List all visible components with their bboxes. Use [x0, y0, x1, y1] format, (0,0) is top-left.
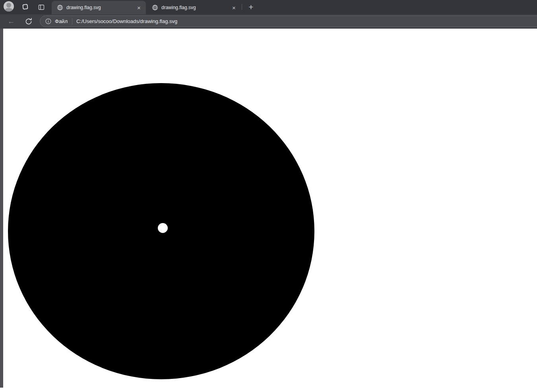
workspaces-button[interactable]: [19, 2, 30, 12]
address-divider: [72, 18, 72, 25]
globe-icon: [57, 4, 63, 11]
refresh-button[interactable]: [23, 16, 34, 27]
avatar-head-icon: [6, 3, 11, 8]
tab-drawing-flag-svg-1[interactable]: drawing.flag.svg ×: [52, 1, 146, 14]
flag-white-dot: [158, 223, 168, 233]
url-text: C:/Users/socoo/Downloads/drawing.flag.sv…: [76, 18, 177, 24]
tab-strip: drawing.flag.svg × drawing.flag.svg × +: [0, 0, 537, 14]
file-scheme-label: Файл: [55, 18, 68, 24]
refresh-icon: [24, 17, 33, 26]
tab-actions-button[interactable]: [36, 2, 47, 12]
tab-close-icon[interactable]: ×: [135, 4, 143, 12]
address-bar[interactable]: Файл C:/Users/socoo/Downloads/drawing.fl…: [40, 16, 537, 27]
tab-title: drawing.flag.svg: [66, 5, 132, 10]
page-content: [3, 29, 537, 392]
back-button[interactable]: ←: [6, 16, 17, 27]
tab-drawing-flag-svg-2[interactable]: drawing.flag.svg ×: [147, 1, 241, 14]
tab-actions-icon: [37, 3, 45, 11]
tab-close-icon[interactable]: ×: [230, 4, 238, 12]
new-tab-button[interactable]: +: [246, 2, 256, 12]
profile-avatar[interactable]: [4, 1, 14, 12]
tab-title: drawing.flag.svg: [161, 5, 227, 10]
window-left-edge: [0, 29, 3, 388]
workspaces-icon: [20, 3, 29, 12]
tab-divider: [242, 4, 242, 10]
info-icon: [45, 18, 52, 25]
avatar-shoulders-icon: [4, 8, 13, 12]
navigation-toolbar: ← Файл C:/Users/socoo/Downloads/drawing.…: [0, 14, 537, 29]
globe-icon: [152, 4, 158, 11]
